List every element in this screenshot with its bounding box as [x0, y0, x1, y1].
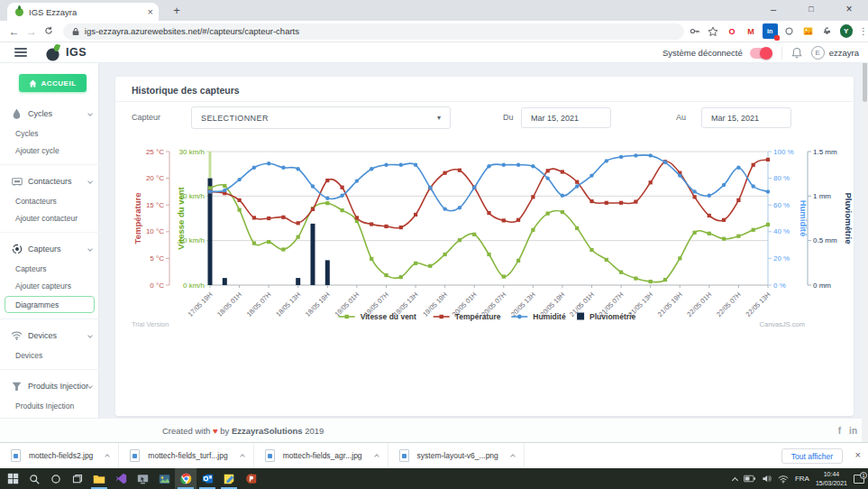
window-minimize-button[interactable]: –	[755, 0, 791, 20]
window-maximize-button[interactable]: □	[793, 0, 829, 20]
network-icon[interactable]	[778, 475, 789, 484]
search-button[interactable]	[23, 468, 45, 489]
download-item[interactable]: mottech-fields2.jpg	[0, 443, 119, 469]
volume-icon[interactable]	[762, 474, 772, 484]
url-field[interactable]: igs-ezzayra.azurewebsites.net/#/capteurs…	[63, 23, 684, 40]
app-logo[interactable]: IGS	[47, 46, 87, 60]
sidebar-section-contacteurs[interactable]: Contacteurs	[0, 171, 99, 192]
language-indicator[interactable]: FRA	[795, 475, 809, 483]
photo-viewer-button[interactable]	[153, 468, 175, 489]
sidebar-item-devices[interactable]: Devices	[0, 346, 99, 364]
downloads-close-icon[interactable]: ×	[855, 449, 861, 460]
sidebar-section-cycles[interactable]: Cycles	[0, 103, 99, 125]
file-image-icon	[11, 449, 21, 462]
sidebar-item-cycles[interactable]: Cycles	[0, 125, 99, 142]
linkedin-extension-icon[interactable]: in	[763, 23, 778, 39]
powerpoint-button[interactable]	[240, 468, 261, 489]
sidebar-section-label: Capteurs	[28, 244, 88, 254]
svg-text:60 %: 60 %	[773, 201, 790, 209]
browser-tab[interactable]: IGS Ezzayra ×	[7, 3, 159, 21]
browser-addressbar: ← → igs-ezzayra.azurewebsites.net/#/capt…	[0, 21, 868, 42]
photos-extension-icon[interactable]	[800, 23, 816, 39]
sidebar-item-capteurs[interactable]: Capteurs	[0, 260, 99, 277]
system-status-label: Système déconnecté	[662, 48, 743, 58]
user-menu[interactable]: E ezzayra	[811, 46, 859, 60]
puzzle-extension-icon[interactable]	[819, 23, 835, 39]
chrome-button[interactable]	[175, 468, 196, 489]
canvasjs-watermark[interactable]: CanvasJS.com	[760, 320, 805, 328]
sidebar-item-ajouter-contacteur[interactable]: Ajouter contacteur	[0, 209, 99, 226]
svg-text:Humidité: Humidité	[533, 312, 566, 321]
system-status-toggle[interactable]	[750, 48, 772, 59]
bookmark-star-icon[interactable]	[706, 23, 720, 39]
sidebar-item-diagrammes[interactable]: Diagrammes	[5, 296, 95, 313]
from-date-input[interactable]: Mar 15, 2021	[521, 107, 611, 128]
hamburger-menu-icon[interactable]	[14, 46, 27, 59]
window-close-button[interactable]: ×	[831, 0, 867, 20]
chevron-up-icon[interactable]	[374, 454, 379, 459]
sidebar-section-devices[interactable]: Devices	[0, 325, 99, 346]
start-button[interactable]	[2, 468, 23, 489]
action-center-icon[interactable]: 1	[854, 475, 864, 484]
sidebar-section-produits-injection[interactable]: Produits Injection	[0, 375, 99, 397]
browser-menu-icon[interactable]: ⋮	[859, 26, 868, 36]
funnel-icon	[11, 381, 23, 392]
new-tab-button[interactable]: +	[166, 4, 187, 19]
sidebar-home-button[interactable]: ACCUEIL	[19, 74, 87, 92]
outlook-button[interactable]	[196, 468, 218, 489]
extension-badge	[774, 35, 780, 41]
sensor-icon	[11, 244, 23, 255]
system-tray: FRA 10:4415/03/2021 1	[733, 468, 864, 489]
sidebar-section-label: Cycles	[28, 109, 88, 118]
task-view-button[interactable]	[67, 468, 88, 489]
gmail-extension-icon[interactable]: M	[744, 23, 759, 39]
wifi-icon	[11, 330, 23, 342]
chevron-up-icon[interactable]	[510, 454, 516, 459]
password-key-icon[interactable]	[688, 23, 702, 39]
svg-text:22/05 07H: 22/05 07H	[715, 291, 743, 318]
file-image-icon	[130, 449, 140, 462]
cortana-button[interactable]	[45, 468, 67, 489]
file-explorer-button[interactable]	[88, 468, 110, 489]
tray-expand-icon[interactable]	[732, 476, 738, 483]
sensor-chart[interactable]: 17/05 19H18/05 01H18/05 07H18/05 13H18/0…	[126, 144, 858, 329]
download-item[interactable]: system-layout-v6_...png	[388, 443, 525, 469]
back-button[interactable]: ←	[5, 25, 23, 38]
forward-button[interactable]: →	[23, 25, 40, 38]
clock[interactable]: 10:4415/03/2021	[816, 470, 847, 487]
svg-text:0 %: 0 %	[773, 281, 786, 290]
visual-studio-button[interactable]	[110, 468, 132, 489]
to-label: Au	[676, 113, 686, 122]
windows-taskbar: FRA 10:4415/03/2021 1	[0, 468, 868, 489]
sidebar-item-produits-injection[interactable]: Produits Injection	[0, 397, 99, 414]
bell-icon[interactable]	[791, 47, 802, 59]
chevron-up-icon[interactable]	[105, 454, 111, 459]
tab-close-icon[interactable]: ×	[148, 6, 153, 17]
sidebar-item-ajouter-cycle[interactable]: Ajouter cycle	[0, 142, 99, 159]
chevron-down-icon	[87, 333, 93, 338]
battery-icon[interactable]	[744, 475, 755, 483]
to-date-input[interactable]: Mar 15, 2021	[701, 107, 791, 128]
browser-profile-avatar[interactable]: Y	[840, 24, 853, 38]
download-item[interactable]: mottech-fields_turf...jpg	[119, 443, 253, 469]
show-all-downloads-button[interactable]: Tout afficher	[781, 448, 843, 464]
sidebar-item-contacteurs[interactable]: Contacteurs	[0, 192, 99, 209]
sticky-notes-button[interactable]	[218, 468, 240, 489]
sidebar-item-ajouter-capteurs[interactable]: Ajouter capteurs	[0, 277, 99, 294]
loop-extension-icon[interactable]	[781, 23, 797, 39]
svg-text:30 km/h: 30 km/h	[179, 148, 205, 156]
chevron-up-icon[interactable]	[240, 454, 245, 459]
screen-capture-button[interactable]	[132, 468, 153, 489]
reload-button[interactable]	[41, 25, 58, 38]
sidebar-section-capteurs[interactable]: Capteurs	[0, 238, 99, 260]
capteur-select[interactable]: SELECTIONNER ▾	[191, 106, 451, 129]
svg-text:22/05 01H: 22/05 01H	[685, 291, 713, 318]
sidebar: ACCUEIL CyclesCyclesAjouter cycleContact…	[0, 63, 99, 418]
page-scrollbar[interactable]	[862, 42, 868, 442]
screen: { "browser": { "tab_title": "IGS Ezzayra…	[0, 0, 868, 489]
linkedin-icon[interactable]: in	[849, 426, 857, 436]
facebook-icon[interactable]: f	[838, 426, 841, 436]
download-item[interactable]: mottech-fields_agr...jpg	[254, 443, 388, 469]
browser-tabstrip: IGS Ezzayra × + – □ ×	[0, 0, 868, 21]
red-o-extension-icon[interactable]: O	[725, 23, 740, 39]
